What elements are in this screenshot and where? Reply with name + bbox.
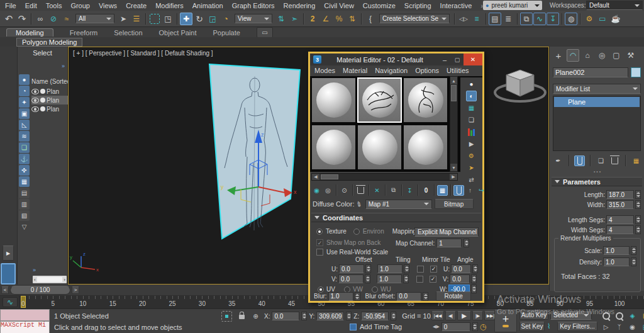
- menu-customize[interactable]: Customize: [363, 2, 396, 9]
- v-angle-spinner[interactable]: [471, 274, 477, 283]
- make-preview-icon[interactable]: ▶: [466, 138, 477, 149]
- ribbon-toggle-icon[interactable]: ⧉: [520, 13, 533, 25]
- length-segs-spinner[interactable]: [635, 215, 641, 224]
- menu-modifiers[interactable]: Modifiers: [155, 2, 184, 9]
- tab-hierarchy-icon[interactable]: ⌂: [581, 49, 594, 62]
- polygon-modeling-panel[interactable]: Polygon Modeling: [16, 38, 82, 47]
- density-spinner[interactable]: [631, 257, 636, 266]
- go-to-start-button[interactable]: |◀◀: [431, 311, 444, 320]
- filter-xrefs-icon[interactable]: ⚓: [19, 154, 30, 164]
- expand-tray-button[interactable]: ▶: [3, 246, 14, 261]
- assign-material-to-selection-icon[interactable]: ⊙: [339, 185, 350, 196]
- tab-display-icon[interactable]: ▢: [610, 49, 623, 62]
- list-view-icon[interactable]: ▤: [19, 188, 30, 198]
- sample-type-icon[interactable]: ●: [466, 79, 477, 89]
- list-item[interactable]: Plan: [31, 104, 68, 113]
- rotate-button[interactable]: Rotate: [436, 291, 471, 301]
- unlink-selection-icon[interactable]: ⊘: [47, 13, 60, 25]
- blur-field[interactable]: 1.0: [328, 292, 353, 301]
- scroll-right-icon[interactable]: ›: [64, 277, 65, 283]
- remove-modifier-icon[interactable]: [609, 155, 620, 166]
- auto-key-button[interactable]: Auto Key: [519, 310, 548, 320]
- menu-file[interactable]: File: [5, 2, 16, 9]
- map-channel-spinner[interactable]: [464, 239, 469, 247]
- material-editor-window[interactable]: 3 Material Editor - 02 - Default – ▢ ✕ M…: [308, 52, 484, 303]
- get-material-icon[interactable]: ◉: [311, 185, 322, 196]
- workspace-select[interactable]: Default: [586, 1, 643, 10]
- tab-motion-icon[interactable]: ◎: [596, 49, 608, 62]
- show-shaded-material-icon[interactable]: ▦: [437, 185, 448, 196]
- key-selection-set-select[interactable]: Selected: [550, 310, 592, 320]
- material-editor-icon[interactable]: ◍: [565, 13, 577, 25]
- filter-groups-icon[interactable]: ❏: [19, 142, 30, 153]
- rectangular-selection-region-icon[interactable]: [150, 14, 160, 24]
- explorer-h-scrollbar[interactable]: ‹ ›: [33, 276, 67, 283]
- detail-view-icon[interactable]: ▧: [19, 210, 30, 221]
- key-mode-icon[interactable]: ⌇: [547, 322, 550, 330]
- percent-snap-icon[interactable]: %: [333, 13, 345, 25]
- object-color-swatch[interactable]: [631, 67, 641, 77]
- frame-spinner[interactable]: [472, 322, 478, 331]
- show-end-result-icon[interactable]: [574, 155, 585, 166]
- material-id-channel-icon[interactable]: 0: [421, 185, 431, 196]
- time-slider-prev-button[interactable]: <: [1, 286, 9, 294]
- scene-explorer-title[interactable]: Select: [18, 47, 67, 59]
- menu-edit[interactable]: Edit: [25, 2, 37, 9]
- u-angle-field[interactable]: 0.0: [451, 264, 471, 273]
- bitmap-type-button[interactable]: Bitmap: [435, 199, 474, 209]
- u-tiling-spinner[interactable]: [404, 264, 409, 273]
- y-coordinate-field[interactable]: 309.609: [316, 312, 344, 320]
- layer-manager-icon[interactable]: ▤: [489, 13, 501, 25]
- select-object-icon[interactable]: ➤: [117, 13, 130, 25]
- filter-funnel-icon[interactable]: ▽: [19, 222, 30, 232]
- maxscript-mini-listener-pink[interactable]: [0, 309, 50, 321]
- use-real-world-scale-checkbox[interactable]: [316, 249, 323, 256]
- curve-editor-icon[interactable]: ∿: [533, 13, 546, 25]
- orbit-icon[interactable]: ◉: [627, 322, 638, 332]
- scale-field[interactable]: 1.0: [603, 246, 630, 255]
- tab-modify-icon[interactable]: ◠: [567, 49, 579, 62]
- filter-lights-icon[interactable]: ✦: [19, 97, 30, 108]
- scene-explorer-more-chevron[interactable]: »: [62, 63, 65, 69]
- previous-frame-button[interactable]: ◀|: [445, 311, 456, 320]
- maximize-icon[interactable]: ▢: [451, 57, 464, 63]
- sample-uv-tiling-icon[interactable]: ❏: [466, 115, 477, 125]
- width-spinner[interactable]: [635, 200, 641, 209]
- v-offset-field[interactable]: 0.0: [338, 274, 364, 283]
- visibility-eye-icon[interactable]: [31, 98, 39, 103]
- explorer-bottom-chevron[interactable]: »: [33, 267, 36, 273]
- select-and-manipulate-icon[interactable]: ➣: [288, 13, 301, 25]
- transform-gizmo-icon[interactable]: ⊕: [250, 311, 261, 322]
- named-selection-sets-select[interactable]: Create Selection Se: [379, 14, 450, 23]
- material-sample-5[interactable]: [357, 125, 402, 170]
- use-pivot-center-icon[interactable]: ⇅: [275, 13, 287, 25]
- maxscript-mini-listener[interactable]: MAXScript Mi: [0, 321, 50, 333]
- menu-animation[interactable]: Animation: [192, 2, 223, 9]
- time-slider-handle[interactable]: 0 / 100: [10, 286, 70, 295]
- u-mirror-checkbox[interactable]: [417, 266, 424, 273]
- v-tile-checkbox[interactable]: [430, 276, 436, 283]
- visibility-eye-icon[interactable]: [31, 89, 39, 94]
- menu-create[interactable]: Create: [126, 2, 147, 9]
- menu-rendering[interactable]: Rendering: [284, 2, 316, 9]
- field-of-view-icon[interactable]: ▷: [601, 322, 611, 332]
- me-menu-navigation[interactable]: Navigation: [375, 67, 408, 74]
- play-button[interactable]: ▶: [457, 311, 471, 320]
- options-icon[interactable]: ⚙: [466, 150, 477, 161]
- w-angle-spinner[interactable]: [471, 285, 477, 293]
- name-column-header[interactable]: Name (Sorted A: [31, 78, 68, 85]
- u-tile-checkbox[interactable]: [430, 266, 437, 273]
- current-frame-field[interactable]: 0: [441, 322, 470, 331]
- me-menu-material[interactable]: Material: [343, 67, 367, 74]
- edit-named-selection-sets-icon[interactable]: {: [364, 13, 377, 25]
- rendered-frame-window-icon[interactable]: ▭: [596, 13, 609, 25]
- tab-selection[interactable]: Selection: [114, 29, 142, 37]
- bind-to-space-warp-icon[interactable]: ≈: [60, 13, 73, 25]
- reference-coordinate-select[interactable]: View: [235, 14, 272, 23]
- key-filters-button[interactable]: Key Filters...: [557, 322, 597, 331]
- material-sample-4[interactable]: [311, 125, 356, 170]
- frame-jump-icon[interactable]: ◀▶: [433, 324, 440, 329]
- density-field[interactable]: 1.0: [603, 257, 630, 266]
- x-coordinate-field[interactable]: 0.0: [272, 312, 299, 320]
- width-segs-spinner[interactable]: [635, 225, 641, 234]
